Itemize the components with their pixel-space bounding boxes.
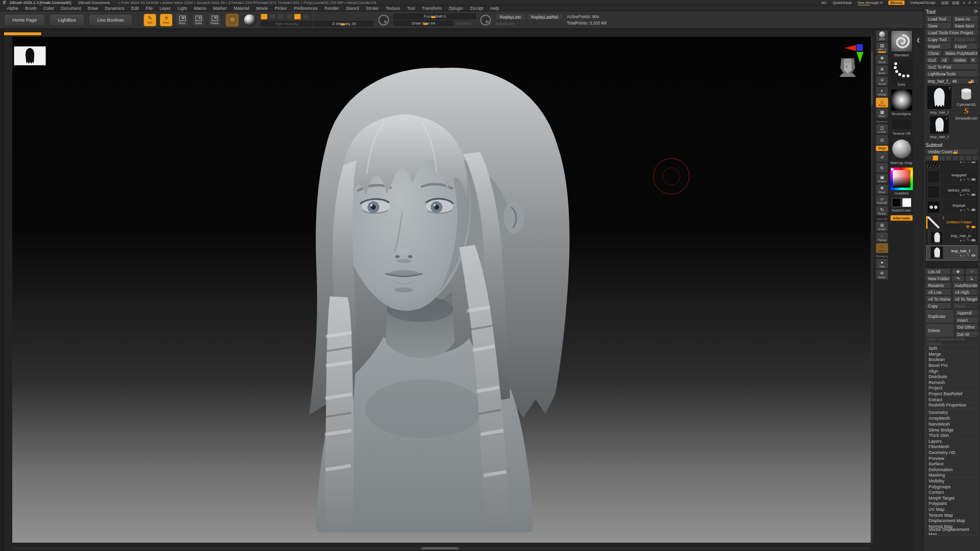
select-up-button[interactable]: ✥ [952, 268, 964, 275]
lightbox-button[interactable]: LightBox [49, 14, 84, 26]
subtool-row[interactable]: lashes_v001 ● ◐ ✎ ⚙ [926, 185, 978, 200]
tool-section-item[interactable]: NanoMesh [926, 421, 978, 427]
scrollbar-handle[interactable] [421, 547, 459, 550]
draw-size-slider[interactable]: Draw Size 64 [393, 21, 453, 26]
goz-to-ipad-button[interactable]: GoZ To iPad [926, 64, 978, 70]
subtool-row[interactable]: 2 Untitled Folder ● ◐ ✎ ⚙ [926, 215, 978, 230]
subtool-section-title[interactable]: Subtool [926, 142, 978, 148]
tool-section-item[interactable]: Contact [926, 489, 978, 495]
list-all-button[interactable]: List All [926, 268, 951, 275]
canvas-horizontal-scrollbar[interactable] [12, 547, 871, 550]
tool-section-item[interactable]: Project BasRelief [926, 391, 978, 397]
menu-item[interactable]: Document [61, 6, 81, 11]
slider-marker[interactable] [431, 16, 436, 18]
simplebrush-tool-thumbnail[interactable]: S [964, 107, 968, 116]
menu-item[interactable]: Edit [131, 6, 139, 11]
menu-item[interactable]: Preferences [294, 6, 318, 11]
menu-item[interactable]: Zplugin [449, 6, 464, 11]
sculpt-brush-icon[interactable]: ✎ [967, 254, 970, 257]
paste-tool-button[interactable]: Paste Tool [953, 36, 979, 43]
tool-section-item[interactable]: Layers [926, 438, 978, 444]
menu-item[interactable]: Light [177, 6, 187, 11]
menus-toggle[interactable]: Menus [888, 0, 905, 5]
tool-section-item[interactable]: Preview [926, 455, 978, 461]
all-to-home-button[interactable]: All To Home [926, 296, 952, 302]
move-into-folder-button[interactable]: ↳ [965, 275, 978, 282]
replay-last-rel-button[interactable]: ReplayLastRel [527, 14, 563, 20]
tool-section-item[interactable]: Project [926, 385, 978, 391]
clone-button[interactable]: Clone [926, 50, 942, 56]
tool-section-item[interactable]: Align [926, 368, 978, 374]
ac-button[interactable]: AC [821, 0, 827, 5]
goz-visible-button[interactable]: Visible [951, 57, 968, 63]
axis-gizmo[interactable] [844, 44, 865, 63]
tool-section-item[interactable]: UV Map [926, 506, 978, 512]
v-group-button[interactable] [946, 155, 952, 161]
export-button[interactable]: Export [953, 43, 979, 49]
apply-last-action-button[interactable]: Apply Last Action To All Subtools [926, 338, 978, 344]
menu-item[interactable]: Stroke [366, 6, 379, 11]
current-alpha-thumbnail[interactable] [891, 89, 912, 111]
subtool-thumbnail[interactable] [927, 201, 940, 214]
alternate-button[interactable]: Alternate [890, 215, 913, 221]
subtool-row[interactable]: tmpeye ● ◐ ✎ ⚙ [926, 200, 978, 215]
folder-visibility-eye-icon[interactable] [971, 226, 976, 228]
polypaint-sphere-icon[interactable]: ● [960, 254, 962, 257]
shaded-sphere-icon[interactable]: ◐ [963, 193, 965, 196]
new-folder-button[interactable]: New Folder [926, 275, 951, 282]
polypaint-sphere-icon[interactable]: ● [960, 208, 962, 212]
shaded-sphere-icon[interactable]: ◐ [963, 239, 965, 242]
default-zscript-button[interactable]: DefaultZScript [910, 0, 935, 5]
menu-item[interactable]: Marker [213, 6, 227, 11]
folder-gear-icon[interactable]: ⚙ [966, 225, 970, 229]
subtool-thumbnail[interactable] [931, 231, 943, 244]
density-dial-icon[interactable]: D [480, 15, 491, 25]
rgb-intensity-slider[interactable]: Rgb Intensity [261, 21, 313, 26]
sculpt-brush-icon[interactable]: ✎ [967, 178, 970, 181]
v-group-button[interactable] [952, 155, 958, 161]
move-out-folder-button[interactable]: ↷ [952, 275, 964, 282]
import-button[interactable]: Import [926, 43, 952, 49]
v-group-button[interactable] [959, 155, 965, 161]
document-preview-thumbnail[interactable] [14, 46, 46, 66]
menu-item[interactable]: Macro [194, 6, 206, 11]
window-control-icon[interactable]: ∂ [968, 0, 970, 5]
visibility-eye-icon[interactable] [971, 209, 976, 211]
v-group-button[interactable] [932, 155, 939, 161]
save-button[interactable]: Save [926, 23, 952, 29]
tool-section-item[interactable]: Extract [926, 396, 978, 402]
subtool-thumbnail[interactable] [927, 170, 940, 183]
window-control-icon[interactable]: ▤▥ [941, 0, 949, 5]
home-page-button[interactable]: Home Page [4, 14, 45, 26]
append-button[interactable]: Append [955, 310, 979, 316]
menu-item[interactable]: Help [490, 6, 499, 11]
subtool-row[interactable]: ● ◐ ✎ ⚙ [926, 161, 978, 169]
visibility-eye-icon[interactable] [971, 239, 976, 241]
tool-section-item[interactable]: Boolean [926, 357, 978, 362]
z-intensity-slider[interactable]: Z Intensity 25 [314, 21, 374, 26]
window-control-icon[interactable]: ✕ [974, 0, 977, 5]
see-through-slider[interactable]: See-through 0 [858, 0, 882, 5]
replay-last-button[interactable]: ReplayLast [495, 14, 525, 20]
menu-item[interactable]: Material [234, 6, 249, 11]
current-stroke-thumbnail[interactable] [891, 60, 912, 81]
tool-section-item[interactable]: Surface [926, 461, 978, 467]
focal-shift-slider[interactable]: Focal Shift 0 [393, 14, 476, 19]
switch-color-button[interactable]: SwitchColor [891, 208, 911, 213]
insert-button[interactable]: Insert [955, 317, 979, 323]
subtool-thumbnail[interactable] [931, 246, 943, 259]
tool-section-item[interactable]: Redshift Properties [926, 402, 978, 408]
tool-section-item[interactable]: Merge [926, 351, 978, 357]
canvas-vertical-scrollbar[interactable] [871, 37, 873, 543]
live-boolean-button[interactable]: Live Boolean [89, 14, 132, 26]
menu-item[interactable]: Tool [407, 6, 415, 11]
shaded-sphere-icon[interactable]: ◐ [963, 161, 965, 164]
menu-item[interactable]: Draw [88, 6, 98, 11]
tool-section-item[interactable]: ArrayMesh [926, 415, 978, 421]
subtool-thumbnail[interactable] [927, 161, 940, 168]
menu-item[interactable]: Texture [386, 6, 400, 11]
left-tray-edge[interactable] [0, 29, 4, 551]
tool-section-item[interactable]: Vector Displacement Map [926, 529, 978, 535]
all-high-button[interactable]: All High [953, 289, 979, 295]
menu-item[interactable]: Zscript [470, 6, 483, 11]
